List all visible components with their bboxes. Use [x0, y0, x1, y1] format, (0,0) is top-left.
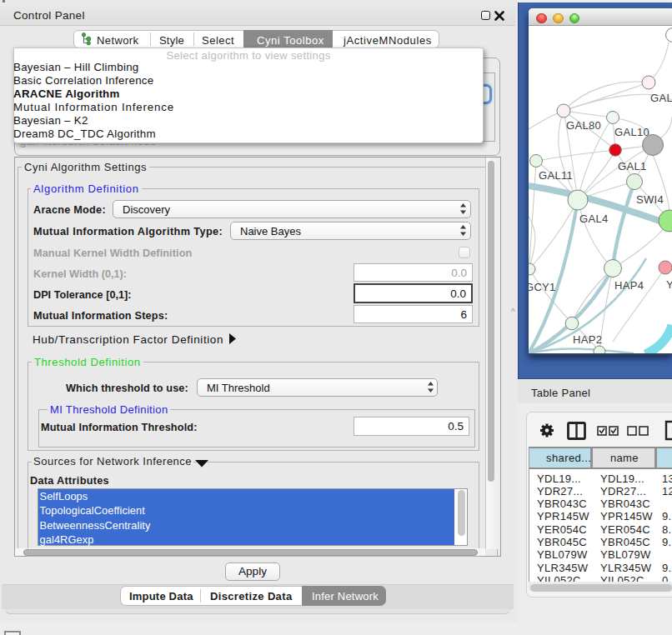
- svg-text:GAL7: GAL7: [650, 92, 672, 104]
- svg-text:HAP4: HAP4: [614, 279, 644, 292]
- svg-text:GAL80: GAL80: [566, 119, 601, 132]
- svg-text:GAL1: GAL1: [618, 160, 646, 172]
- svg-text:HAP2: HAP2: [573, 333, 602, 346]
- svg-text:SWI4: SWI4: [636, 193, 664, 206]
- svg-text:GCY1: GCY1: [529, 281, 556, 293]
- svg-text:GAL10: GAL10: [614, 126, 649, 138]
- svg-text:GAL11: GAL11: [539, 169, 573, 182]
- svg-text:GAL4: GAL4: [579, 212, 608, 225]
- svg-text:Y: Y: [666, 278, 672, 291]
